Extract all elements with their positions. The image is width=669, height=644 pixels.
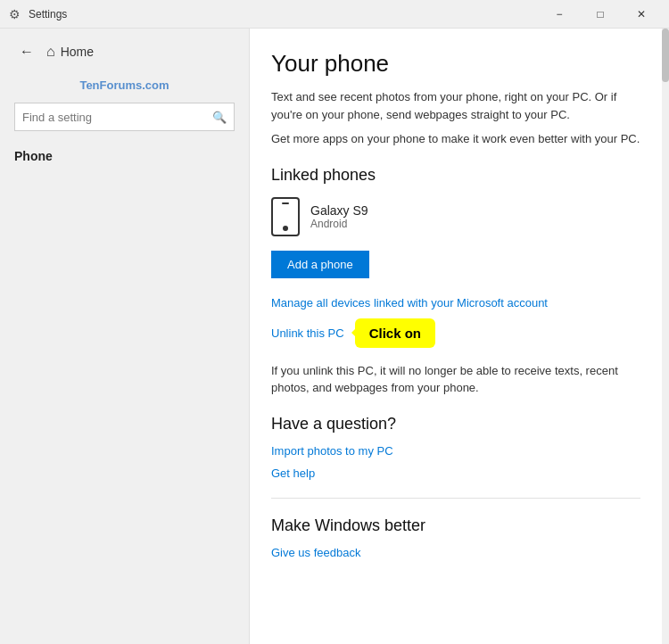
watermark: TenForums.com [0, 75, 249, 99]
maximize-button[interactable]: □ [580, 0, 621, 29]
divider [271, 498, 640, 499]
unlink-row: Unlink this PC Click on [271, 318, 640, 348]
phone-type: Android [310, 218, 368, 230]
linked-phone-row: Galaxy S9 Android [271, 197, 640, 236]
search-icon: 🔍 [212, 111, 227, 124]
sidebar-nav: ← ⌂ Home [0, 29, 249, 75]
unlink-pc-link[interactable]: Unlink this PC [271, 326, 344, 340]
title-bar-controls: − □ ✕ [539, 0, 662, 29]
make-windows-heading: Make Windows better [271, 516, 640, 535]
give-feedback-link[interactable]: Give us feedback [271, 546, 640, 559]
manage-devices-link[interactable]: Manage all devices linked with your Micr… [271, 296, 640, 310]
main-content: Your phone Text and see recent photos fr… [250, 29, 669, 644]
app-body: ← ⌂ Home TenForums.com 🔍 Phone Your phon… [0, 29, 669, 644]
close-button[interactable]: ✕ [621, 0, 662, 29]
scrollbar-track[interactable] [662, 29, 669, 644]
search-input[interactable] [22, 111, 212, 124]
have-question-heading: Have a question? [271, 415, 640, 433]
title-bar-left: ⚙ Settings [7, 7, 67, 21]
unlink-info-text: If you unlink this PC, it will no longer… [271, 362, 640, 397]
phone-name: Galaxy S9 [310, 203, 368, 218]
phone-device-icon [271, 197, 300, 236]
search-box: 🔍 [14, 103, 235, 131]
page-title: Your phone [271, 50, 640, 78]
click-on-tooltip: Click on [355, 318, 435, 348]
home-link[interactable]: ⌂ Home [46, 44, 94, 60]
sidebar-section-phone: Phone [0, 142, 249, 170]
linked-phones-heading: Linked phones [271, 166, 640, 185]
back-button[interactable]: ← [14, 39, 39, 64]
import-photos-link[interactable]: Import photos to my PC [271, 444, 640, 458]
scrollbar-thumb[interactable] [662, 29, 669, 82]
description-text-2: Get more apps on your phone to make it w… [271, 130, 640, 148]
description-text-1: Text and see recent photos from your pho… [271, 88, 640, 123]
title-bar: ⚙ Settings − □ ✕ [0, 0, 669, 29]
home-label: Home [61, 45, 94, 59]
title-bar-title: Settings [29, 8, 67, 21]
settings-icon: ⚙ [7, 7, 21, 21]
minimize-button[interactable]: − [539, 0, 580, 29]
home-icon: ⌂ [46, 44, 55, 60]
add-phone-button[interactable]: Add a phone [271, 251, 369, 278]
get-help-link[interactable]: Get help [271, 466, 640, 480]
phone-info: Galaxy S9 Android [310, 203, 368, 230]
sidebar: ← ⌂ Home TenForums.com 🔍 Phone [0, 29, 250, 644]
